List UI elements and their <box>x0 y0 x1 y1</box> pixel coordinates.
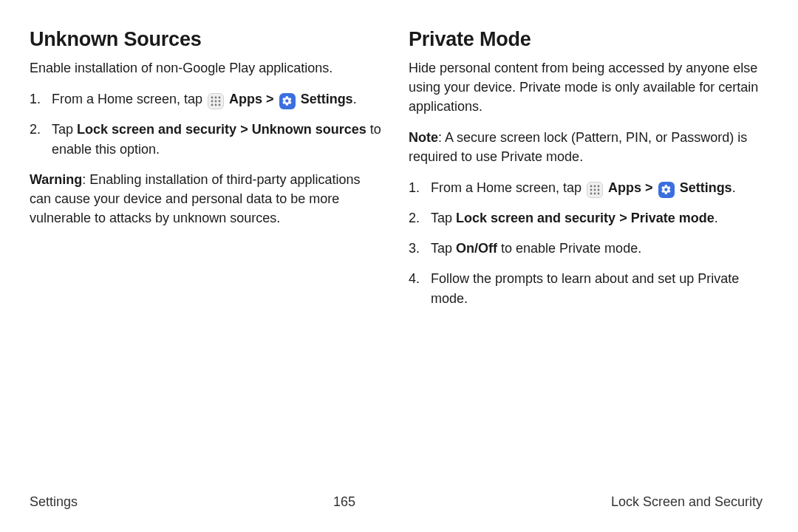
unknown-sources-heading: Unknown Sources <box>30 28 383 51</box>
footer-left: Settings <box>30 494 78 510</box>
svg-point-4 <box>215 100 217 103</box>
note-label: Note <box>409 130 438 145</box>
page-number: 165 <box>333 494 355 510</box>
step-2-bold: Lock screen and security > Unknown sourc… <box>77 122 366 137</box>
step-2-b: . <box>715 211 718 225</box>
apps-label: Apps <box>608 180 641 195</box>
svg-point-1 <box>215 97 217 99</box>
step-2-bold: Lock screen and security > Private mode <box>456 211 715 225</box>
two-column-layout: Unknown Sources Enable installation of n… <box>30 28 763 319</box>
svg-point-11 <box>598 185 600 188</box>
svg-point-8 <box>219 104 221 106</box>
svg-point-9 <box>590 185 593 188</box>
breadcrumb-sep: > <box>641 180 657 195</box>
apps-label: Apps <box>229 92 262 106</box>
period: . <box>732 180 736 195</box>
breadcrumb-sep: > <box>262 92 278 106</box>
manual-page: Unknown Sources Enable installation of n… <box>0 0 798 532</box>
left-column: Unknown Sources Enable installation of n… <box>30 28 383 319</box>
step-2-a: Tap <box>52 122 77 137</box>
warning-label: Warning <box>30 172 82 187</box>
svg-point-5 <box>219 100 221 103</box>
step-1: From a Home screen, tap Apps > <box>30 89 383 109</box>
step-3-a: Tap <box>431 241 456 256</box>
step-2: Tap Lock screen and security > Private m… <box>409 208 763 228</box>
right-column: Private Mode Hide personal content from … <box>409 28 763 319</box>
private-mode-heading: Private Mode <box>409 28 763 51</box>
private-mode-note: Note: A secure screen lock (Pattern, PIN… <box>409 128 763 166</box>
footer-right: Lock Screen and Security <box>611 494 763 510</box>
svg-point-17 <box>598 193 600 195</box>
settings-label: Settings <box>301 92 353 106</box>
svg-point-7 <box>215 104 217 106</box>
settings-label: Settings <box>680 180 732 195</box>
private-mode-steps: From a Home screen, tap Apps > <box>409 178 763 309</box>
svg-point-16 <box>594 193 596 195</box>
warning-paragraph: Warning: Enabling installation of third-… <box>30 170 383 228</box>
svg-point-3 <box>211 100 214 103</box>
note-body: : A secure screen lock (Pattern, PIN, or… <box>409 130 747 164</box>
step-2: Tap Lock screen and security > Unknown s… <box>30 120 383 160</box>
step-3: Tap On/Off to enable Private mode. <box>409 239 763 259</box>
apps-icon <box>587 182 603 198</box>
svg-point-10 <box>594 185 596 188</box>
period: . <box>353 92 357 106</box>
page-footer: Settings 165 Lock Screen and Security <box>30 494 763 510</box>
step-2-a: Tap <box>431 211 456 225</box>
unknown-sources-intro: Enable installation of non-Google Play a… <box>30 58 383 78</box>
step-4: Follow the prompts to learn about and se… <box>409 269 763 309</box>
apps-icon <box>208 93 224 109</box>
svg-point-14 <box>598 189 600 191</box>
svg-point-13 <box>594 189 596 191</box>
step-1-text: From a Home screen, tap <box>52 92 206 106</box>
step-3-b: to enable Private mode. <box>497 241 641 256</box>
unknown-sources-steps: From a Home screen, tap Apps > <box>30 89 383 160</box>
step-1: From a Home screen, tap Apps > <box>409 178 763 198</box>
settings-icon <box>279 93 296 109</box>
svg-point-2 <box>219 97 221 99</box>
private-mode-intro: Hide personal content from being accesse… <box>409 58 763 116</box>
step-3-bold: On/Off <box>456 241 497 256</box>
svg-point-12 <box>590 189 593 191</box>
settings-icon <box>658 182 675 198</box>
svg-point-0 <box>211 97 214 99</box>
svg-point-15 <box>590 193 593 195</box>
step-1-text: From a Home screen, tap <box>431 180 585 195</box>
svg-point-6 <box>211 104 214 106</box>
step-4-text: Follow the prompts to learn about and se… <box>431 271 739 306</box>
